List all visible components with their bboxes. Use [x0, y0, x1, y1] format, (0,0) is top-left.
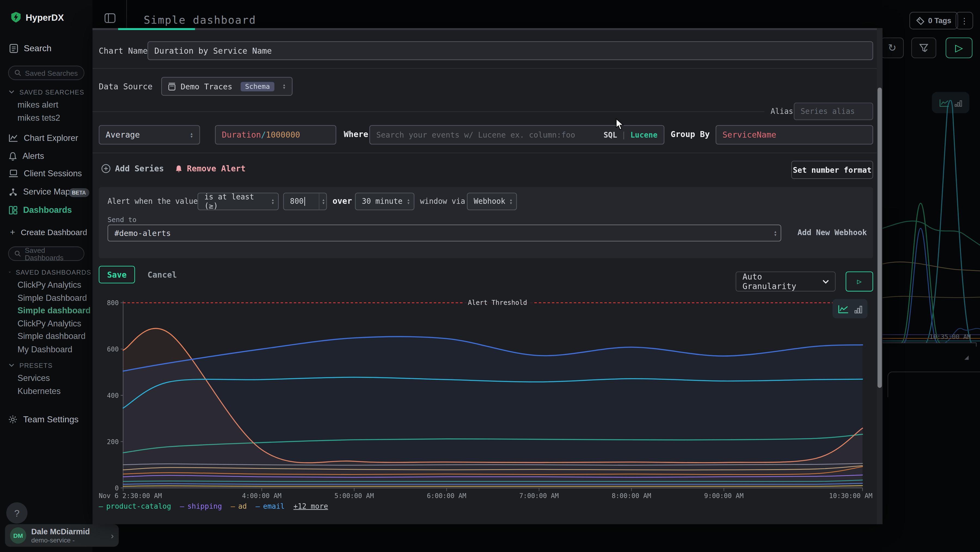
alert-window-via-label: window via	[420, 197, 465, 206]
sidebar-item-team-settings[interactable]: Team Settings	[8, 414, 79, 424]
webhook-select[interactable]: #demo-alerts ▴▾	[108, 225, 781, 241]
dashboard-item[interactable]: My Dashboard	[18, 345, 72, 354]
circle-plus-icon	[101, 164, 111, 173]
add-series-button[interactable]: Add Series	[101, 164, 164, 173]
saved-search-item[interactable]: mikes tets2	[18, 113, 60, 123]
saved-searches-input[interactable]: Saved Searches	[8, 65, 84, 80]
modal-scrollbar[interactable]	[877, 28, 883, 524]
alert-threshold-input[interactable]: 800 ▴▾	[283, 193, 327, 210]
granularity-select[interactable]: Auto Granularity	[735, 271, 835, 291]
gear-icon	[8, 415, 18, 424]
operator-token: /	[261, 130, 266, 139]
presets-header[interactable]: PRESETS	[9, 362, 91, 369]
set-number-format-label: Set number format	[793, 165, 872, 174]
data-source-select[interactable]: Demo Traces Schema ▴▾	[161, 77, 293, 96]
service-map-icon	[9, 187, 18, 196]
sidebar-item-service-map[interactable]: Service Map	[9, 187, 70, 196]
preset-item[interactable]: Kubernetes	[18, 387, 61, 396]
saved-dashboards-input[interactable]: Saved Dashboards	[8, 247, 84, 261]
legend-item[interactable]: —product-catalog	[99, 502, 171, 510]
text-caret	[304, 197, 305, 206]
saved-search-item[interactable]: mikes alert	[18, 100, 58, 109]
alert-prefix: Alert when the value	[108, 197, 198, 206]
saved-dashboards-placeholder: Saved Dashboards	[25, 246, 84, 261]
legend-item[interactable]: —email	[256, 502, 285, 510]
brand[interactable]: HyperDX	[11, 12, 64, 22]
legend-item[interactable]: —shipping	[180, 502, 222, 510]
bar-chart-icon[interactable]	[854, 304, 862, 313]
save-button[interactable]: Save	[99, 266, 135, 283]
chart-name-input[interactable]: Duration by Service Name	[148, 41, 873, 60]
nav-label: Alerts	[22, 152, 44, 161]
dashboard-item-active[interactable]: Simple dashboard	[18, 306, 91, 315]
beta-badge: BETA	[69, 188, 89, 197]
resize-handle-icon[interactable]: ◢	[964, 354, 969, 360]
sql-mode-toggle[interactable]: SQL	[603, 131, 617, 139]
aggregation-select[interactable]: Average ▴▾	[99, 125, 200, 144]
saved-dashboards-header[interactable]: SAVED DASHBOARDS	[9, 268, 91, 276]
legend-item[interactable]: —ad	[231, 502, 247, 510]
alias-input[interactable]: Series alias	[794, 103, 873, 120]
cancel-button[interactable]: Cancel	[148, 266, 177, 283]
dashboard-item[interactable]: ClickPy Analytics	[18, 280, 81, 290]
run-query-button[interactable]: ▷	[946, 38, 973, 58]
group-by-input[interactable]: ServiceName	[716, 125, 873, 144]
dashboard-item[interactable]: ClickPy Analytics	[18, 319, 81, 328]
sidebar-toggle-button[interactable]	[101, 9, 119, 27]
help-icon: ?	[14, 507, 19, 518]
sidebar-item-dashboards[interactable]: Dashboards	[9, 205, 72, 214]
svg-text:7:00:00 AM: 7:00:00 AM	[519, 492, 559, 500]
play-icon: ▷	[857, 277, 862, 286]
sidebar-item-client-sessions[interactable]: Client Sessions	[9, 169, 82, 178]
refresh-button[interactable]: ↻	[881, 38, 904, 58]
run-chart-button[interactable]: ▷	[846, 271, 873, 291]
filter-button[interactable]	[911, 38, 936, 58]
sidebar-item-search[interactable]: Search	[9, 43, 51, 53]
sidebar-item-alerts[interactable]: Alerts	[9, 152, 44, 161]
svg-text:400: 400	[107, 392, 119, 399]
alert-channel-select[interactable]: Webhook ▴▾	[467, 193, 517, 210]
saved-searches-header-label: SAVED SEARCHES	[19, 88, 84, 96]
data-source-label: Data Source	[99, 82, 153, 91]
divider	[92, 153, 883, 153]
tags-button[interactable]: 0 Tags	[910, 12, 958, 29]
svg-text:5:00:00 AM: 5:00:00 AM	[334, 492, 374, 500]
field-token: Duration	[222, 130, 261, 139]
laptop-icon	[9, 169, 18, 178]
field-expression-input[interactable]: Duration/1000000	[215, 125, 336, 144]
number-stepper[interactable]: ▴▾	[319, 193, 325, 209]
background-chart-time-label: 10:35:00 AM	[929, 333, 971, 340]
group-by-label: Group By	[671, 129, 710, 139]
where-label: Where	[344, 129, 368, 139]
svg-text:10:30:00 AM: 10:30:00 AM	[829, 492, 873, 500]
scroll-progress-track	[92, 28, 883, 30]
line-chart-icon[interactable]	[838, 304, 848, 313]
add-new-webhook-button[interactable]: Add New Webhook	[798, 228, 867, 237]
legend-more[interactable]: +12 more	[293, 502, 328, 510]
refresh-icon: ↻	[888, 42, 896, 54]
lucene-mode-toggle[interactable]: Lucene	[630, 131, 658, 139]
add-series-label: Add Series	[115, 164, 164, 173]
help-button[interactable]: ?	[6, 503, 27, 524]
remove-alert-button[interactable]: Remove Alert	[175, 164, 245, 173]
set-number-format-button[interactable]: Set number format	[791, 161, 873, 179]
alert-window-select[interactable]: 30 minute ▴▾	[355, 193, 414, 210]
user-name: Dale McDiarmid	[31, 528, 90, 536]
user-menu[interactable]: DM Dale McDiarmid demo-service - ›	[5, 524, 119, 547]
preset-item[interactable]: Services	[18, 373, 50, 383]
create-dashboard-button[interactable]: + Create Dashboard	[10, 227, 87, 237]
sidebar-item-chart-explorer[interactable]: Chart Explorer	[9, 133, 78, 142]
page-title: Simple dashboard	[144, 14, 256, 26]
sidebar: HyperDX Search Saved Searches SAVED SEAR…	[0, 0, 92, 552]
chart-type-toggle[interactable]	[832, 299, 867, 318]
alert-channel-value: Webhook	[474, 197, 505, 206]
alert-condition-select[interactable]: is at least (≥) ▴▾	[197, 193, 279, 210]
send-to-label: Send to	[108, 216, 136, 224]
scrollbar-thumb[interactable]	[877, 88, 882, 388]
dashboard-item[interactable]: Simple dashboard	[18, 332, 86, 341]
panel-toggle-icon	[104, 13, 115, 23]
more-menu-button[interactable]: ⋮	[956, 12, 973, 29]
bell-icon	[9, 152, 17, 161]
dashboard-item[interactable]: Simple Dashboard	[18, 294, 87, 303]
saved-searches-header[interactable]: SAVED SEARCHES	[9, 88, 91, 96]
